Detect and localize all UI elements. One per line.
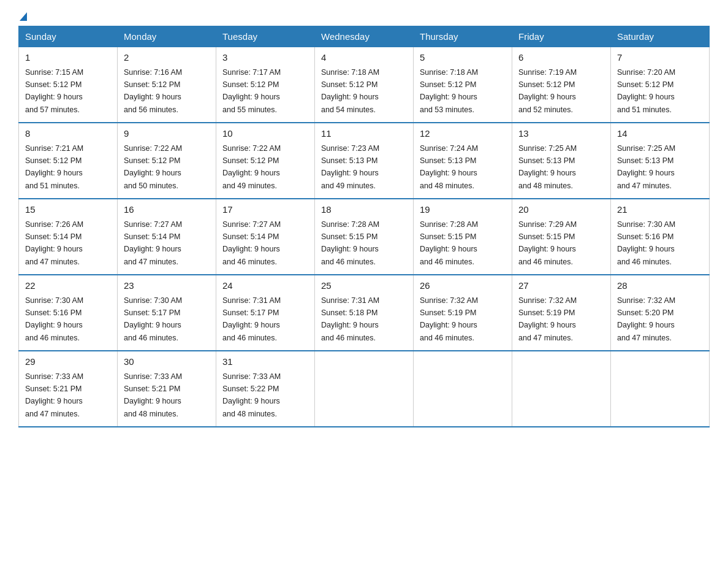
day-info: Sunrise: 7:22 AMSunset: 5:12 PMDaylight:…: [222, 144, 281, 190]
day-number: 2: [124, 51, 210, 65]
day-number: 14: [617, 127, 703, 141]
calendar-cell: 9 Sunrise: 7:22 AMSunset: 5:12 PMDayligh…: [118, 123, 216, 199]
week-row-5: 29 Sunrise: 7:33 AMSunset: 5:21 PMDaylig…: [19, 351, 710, 427]
page-header: [18, 12, 710, 20]
calendar-cell: [315, 351, 414, 427]
header-tuesday: Tuesday: [216, 26, 315, 47]
calendar-cell: 23 Sunrise: 7:30 AMSunset: 5:17 PMDaylig…: [118, 275, 216, 351]
header-saturday: Saturday: [611, 26, 710, 47]
day-number: 3: [222, 51, 308, 65]
calendar-cell: 12 Sunrise: 7:24 AMSunset: 5:13 PMDaylig…: [414, 123, 512, 199]
day-info: Sunrise: 7:23 AMSunset: 5:13 PMDaylight:…: [321, 144, 379, 190]
calendar-cell: 29 Sunrise: 7:33 AMSunset: 5:21 PMDaylig…: [19, 351, 118, 427]
day-info: Sunrise: 7:32 AMSunset: 5:19 PMDaylight:…: [420, 296, 478, 342]
calendar-cell: 18 Sunrise: 7:28 AMSunset: 5:15 PMDaylig…: [315, 199, 414, 275]
day-number: 1: [25, 51, 111, 65]
calendar-cell: 7 Sunrise: 7:20 AMSunset: 5:12 PMDayligh…: [611, 47, 710, 123]
logo: [18, 12, 27, 20]
calendar-cell: 5 Sunrise: 7:18 AMSunset: 5:12 PMDayligh…: [414, 47, 512, 123]
day-info: Sunrise: 7:30 AMSunset: 5:17 PMDaylight:…: [124, 296, 182, 342]
day-info: Sunrise: 7:29 AMSunset: 5:15 PMDaylight:…: [518, 220, 577, 266]
day-number: 29: [25, 355, 111, 369]
calendar-cell: 13 Sunrise: 7:25 AMSunset: 5:13 PMDaylig…: [512, 123, 611, 199]
day-number: 16: [124, 203, 210, 217]
day-info: Sunrise: 7:25 AMSunset: 5:13 PMDaylight:…: [617, 144, 675, 190]
calendar-cell: 2 Sunrise: 7:16 AMSunset: 5:12 PMDayligh…: [118, 47, 216, 123]
calendar-cell: 3 Sunrise: 7:17 AMSunset: 5:12 PMDayligh…: [216, 47, 315, 123]
calendar-cell: 10 Sunrise: 7:22 AMSunset: 5:12 PMDaylig…: [216, 123, 315, 199]
day-info: Sunrise: 7:28 AMSunset: 5:15 PMDaylight:…: [420, 220, 478, 266]
calendar-cell: 20 Sunrise: 7:29 AMSunset: 5:15 PMDaylig…: [512, 199, 611, 275]
day-number: 4: [321, 51, 407, 65]
calendar-cell: 31 Sunrise: 7:33 AMSunset: 5:22 PMDaylig…: [216, 351, 315, 427]
day-info: Sunrise: 7:31 AMSunset: 5:17 PMDaylight:…: [222, 296, 281, 342]
calendar-cell: 17 Sunrise: 7:27 AMSunset: 5:14 PMDaylig…: [216, 199, 315, 275]
day-info: Sunrise: 7:18 AMSunset: 5:12 PMDaylight:…: [420, 68, 478, 114]
header-thursday: Thursday: [414, 26, 512, 47]
header-monday: Monday: [118, 26, 216, 47]
day-number: 6: [518, 51, 604, 65]
calendar-cell: 27 Sunrise: 7:32 AMSunset: 5:19 PMDaylig…: [512, 275, 611, 351]
day-number: 22: [25, 279, 111, 293]
calendar-cell: 1 Sunrise: 7:15 AMSunset: 5:12 PMDayligh…: [19, 47, 118, 123]
day-info: Sunrise: 7:31 AMSunset: 5:18 PMDaylight:…: [321, 296, 379, 342]
day-info: Sunrise: 7:21 AMSunset: 5:12 PMDaylight:…: [25, 144, 83, 190]
day-number: 26: [420, 279, 506, 293]
day-number: 24: [222, 279, 308, 293]
calendar-cell: [414, 351, 512, 427]
header-friday: Friday: [512, 26, 611, 47]
day-info: Sunrise: 7:32 AMSunset: 5:20 PMDaylight:…: [617, 296, 675, 342]
day-number: 15: [25, 203, 111, 217]
calendar-cell: 26 Sunrise: 7:32 AMSunset: 5:19 PMDaylig…: [414, 275, 512, 351]
day-number: 28: [617, 279, 703, 293]
day-info: Sunrise: 7:16 AMSunset: 5:12 PMDaylight:…: [124, 68, 182, 114]
day-info: Sunrise: 7:26 AMSunset: 5:14 PMDaylight:…: [25, 220, 83, 266]
day-number: 30: [124, 355, 210, 369]
day-info: Sunrise: 7:30 AMSunset: 5:16 PMDaylight:…: [25, 296, 83, 342]
header-wednesday: Wednesday: [315, 26, 414, 47]
calendar-cell: 22 Sunrise: 7:30 AMSunset: 5:16 PMDaylig…: [19, 275, 118, 351]
day-info: Sunrise: 7:25 AMSunset: 5:13 PMDaylight:…: [518, 144, 577, 190]
day-number: 18: [321, 203, 407, 217]
calendar-cell: 30 Sunrise: 7:33 AMSunset: 5:21 PMDaylig…: [118, 351, 216, 427]
day-info: Sunrise: 7:30 AMSunset: 5:16 PMDaylight:…: [617, 220, 675, 266]
day-info: Sunrise: 7:22 AMSunset: 5:12 PMDaylight:…: [124, 144, 182, 190]
calendar-table: SundayMondayTuesdayWednesdayThursdayFrid…: [18, 26, 710, 427]
day-info: Sunrise: 7:27 AMSunset: 5:14 PMDaylight:…: [222, 220, 281, 266]
day-info: Sunrise: 7:28 AMSunset: 5:15 PMDaylight:…: [321, 220, 379, 266]
day-number: 9: [124, 127, 210, 141]
day-info: Sunrise: 7:33 AMSunset: 5:22 PMDaylight:…: [222, 372, 281, 418]
calendar-cell: [512, 351, 611, 427]
day-number: 10: [222, 127, 308, 141]
calendar-cell: 16 Sunrise: 7:27 AMSunset: 5:14 PMDaylig…: [118, 199, 216, 275]
calendar-cell: 14 Sunrise: 7:25 AMSunset: 5:13 PMDaylig…: [611, 123, 710, 199]
week-row-4: 22 Sunrise: 7:30 AMSunset: 5:16 PMDaylig…: [19, 275, 710, 351]
day-number: 23: [124, 279, 210, 293]
day-info: Sunrise: 7:17 AMSunset: 5:12 PMDaylight:…: [222, 68, 281, 114]
day-info: Sunrise: 7:33 AMSunset: 5:21 PMDaylight:…: [25, 372, 83, 418]
day-info: Sunrise: 7:33 AMSunset: 5:21 PMDaylight:…: [124, 372, 182, 418]
calendar-cell: 11 Sunrise: 7:23 AMSunset: 5:13 PMDaylig…: [315, 123, 414, 199]
day-number: 20: [518, 203, 604, 217]
calendar-cell: 6 Sunrise: 7:19 AMSunset: 5:12 PMDayligh…: [512, 47, 611, 123]
day-number: 19: [420, 203, 506, 217]
day-info: Sunrise: 7:32 AMSunset: 5:19 PMDaylight:…: [518, 296, 577, 342]
day-info: Sunrise: 7:15 AMSunset: 5:12 PMDaylight:…: [25, 68, 83, 114]
day-number: 17: [222, 203, 308, 217]
day-info: Sunrise: 7:19 AMSunset: 5:12 PMDaylight:…: [518, 68, 577, 114]
logo-blue-section: [20, 12, 27, 20]
day-number: 12: [420, 127, 506, 141]
day-number: 11: [321, 127, 407, 141]
day-info: Sunrise: 7:24 AMSunset: 5:13 PMDaylight:…: [420, 144, 478, 190]
calendar-header-row: SundayMondayTuesdayWednesdayThursdayFrid…: [19, 26, 710, 47]
day-number: 7: [617, 51, 703, 65]
calendar-cell: 4 Sunrise: 7:18 AMSunset: 5:12 PMDayligh…: [315, 47, 414, 123]
week-row-2: 8 Sunrise: 7:21 AMSunset: 5:12 PMDayligh…: [19, 123, 710, 199]
day-number: 27: [518, 279, 604, 293]
day-number: 25: [321, 279, 407, 293]
day-number: 13: [518, 127, 604, 141]
calendar-cell: 24 Sunrise: 7:31 AMSunset: 5:17 PMDaylig…: [216, 275, 315, 351]
calendar-cell: [611, 351, 710, 427]
calendar-cell: 21 Sunrise: 7:30 AMSunset: 5:16 PMDaylig…: [611, 199, 710, 275]
day-info: Sunrise: 7:18 AMSunset: 5:12 PMDaylight:…: [321, 68, 379, 114]
